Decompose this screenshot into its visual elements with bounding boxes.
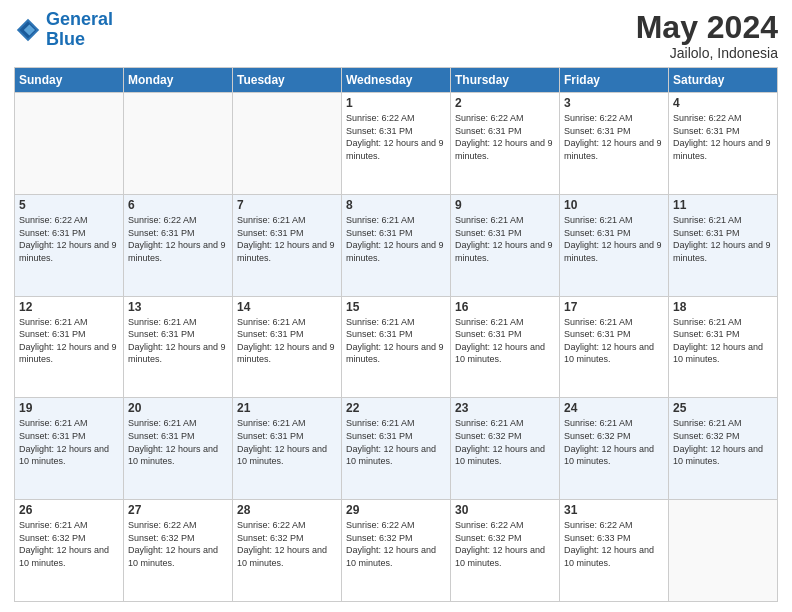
day-number: 3 [564, 96, 664, 110]
calendar-cell: 25Sunrise: 6:21 AM Sunset: 6:32 PM Dayli… [669, 398, 778, 500]
calendar-cell: 29Sunrise: 6:22 AM Sunset: 6:32 PM Dayli… [342, 500, 451, 602]
calendar-cell: 8Sunrise: 6:21 AM Sunset: 6:31 PM Daylig… [342, 194, 451, 296]
logo-icon [14, 16, 42, 44]
day-info: Sunrise: 6:21 AM Sunset: 6:31 PM Dayligh… [673, 214, 773, 264]
logo-text: General Blue [46, 10, 113, 50]
day-info: Sunrise: 6:21 AM Sunset: 6:31 PM Dayligh… [346, 417, 446, 467]
calendar-cell: 17Sunrise: 6:21 AM Sunset: 6:31 PM Dayli… [560, 296, 669, 398]
day-number: 1 [346, 96, 446, 110]
day-info: Sunrise: 6:21 AM Sunset: 6:32 PM Dayligh… [455, 417, 555, 467]
day-number: 10 [564, 198, 664, 212]
day-info: Sunrise: 6:21 AM Sunset: 6:31 PM Dayligh… [455, 316, 555, 366]
day-number: 22 [346, 401, 446, 415]
day-info: Sunrise: 6:21 AM Sunset: 6:31 PM Dayligh… [455, 214, 555, 264]
calendar-cell [233, 93, 342, 195]
calendar-cell: 23Sunrise: 6:21 AM Sunset: 6:32 PM Dayli… [451, 398, 560, 500]
calendar-cell: 30Sunrise: 6:22 AM Sunset: 6:32 PM Dayli… [451, 500, 560, 602]
day-info: Sunrise: 6:21 AM Sunset: 6:31 PM Dayligh… [237, 316, 337, 366]
weekday-header: Sunday [15, 68, 124, 93]
calendar-cell: 4Sunrise: 6:22 AM Sunset: 6:31 PM Daylig… [669, 93, 778, 195]
day-number: 19 [19, 401, 119, 415]
calendar-week-row: 19Sunrise: 6:21 AM Sunset: 6:31 PM Dayli… [15, 398, 778, 500]
calendar-week-row: 5Sunrise: 6:22 AM Sunset: 6:31 PM Daylig… [15, 194, 778, 296]
title-block: May 2024 Jailolo, Indonesia [636, 10, 778, 61]
day-number: 7 [237, 198, 337, 212]
weekday-header: Friday [560, 68, 669, 93]
location: Jailolo, Indonesia [636, 45, 778, 61]
calendar-week-row: 12Sunrise: 6:21 AM Sunset: 6:31 PM Dayli… [15, 296, 778, 398]
calendar-cell: 11Sunrise: 6:21 AM Sunset: 6:31 PM Dayli… [669, 194, 778, 296]
day-info: Sunrise: 6:21 AM Sunset: 6:32 PM Dayligh… [673, 417, 773, 467]
day-info: Sunrise: 6:22 AM Sunset: 6:31 PM Dayligh… [19, 214, 119, 264]
day-number: 16 [455, 300, 555, 314]
calendar-cell: 12Sunrise: 6:21 AM Sunset: 6:31 PM Dayli… [15, 296, 124, 398]
day-info: Sunrise: 6:21 AM Sunset: 6:31 PM Dayligh… [346, 316, 446, 366]
calendar-cell: 1Sunrise: 6:22 AM Sunset: 6:31 PM Daylig… [342, 93, 451, 195]
calendar-cell: 6Sunrise: 6:22 AM Sunset: 6:31 PM Daylig… [124, 194, 233, 296]
calendar-cell: 13Sunrise: 6:21 AM Sunset: 6:31 PM Dayli… [124, 296, 233, 398]
calendar-cell: 27Sunrise: 6:22 AM Sunset: 6:32 PM Dayli… [124, 500, 233, 602]
day-info: Sunrise: 6:21 AM Sunset: 6:31 PM Dayligh… [673, 316, 773, 366]
day-number: 5 [19, 198, 119, 212]
day-info: Sunrise: 6:21 AM Sunset: 6:31 PM Dayligh… [237, 214, 337, 264]
calendar-cell: 7Sunrise: 6:21 AM Sunset: 6:31 PM Daylig… [233, 194, 342, 296]
day-number: 25 [673, 401, 773, 415]
day-number: 8 [346, 198, 446, 212]
logo: General Blue [14, 10, 113, 50]
day-info: Sunrise: 6:21 AM Sunset: 6:31 PM Dayligh… [564, 214, 664, 264]
day-info: Sunrise: 6:22 AM Sunset: 6:32 PM Dayligh… [237, 519, 337, 569]
header: General Blue May 2024 Jailolo, Indonesia [14, 10, 778, 61]
day-number: 27 [128, 503, 228, 517]
weekday-header: Wednesday [342, 68, 451, 93]
calendar-cell: 14Sunrise: 6:21 AM Sunset: 6:31 PM Dayli… [233, 296, 342, 398]
calendar-cell: 21Sunrise: 6:21 AM Sunset: 6:31 PM Dayli… [233, 398, 342, 500]
calendar-cell: 2Sunrise: 6:22 AM Sunset: 6:31 PM Daylig… [451, 93, 560, 195]
calendar-cell: 28Sunrise: 6:22 AM Sunset: 6:32 PM Dayli… [233, 500, 342, 602]
day-info: Sunrise: 6:21 AM Sunset: 6:31 PM Dayligh… [19, 316, 119, 366]
calendar-cell: 18Sunrise: 6:21 AM Sunset: 6:31 PM Dayli… [669, 296, 778, 398]
day-number: 23 [455, 401, 555, 415]
day-number: 18 [673, 300, 773, 314]
day-number: 9 [455, 198, 555, 212]
weekday-header: Monday [124, 68, 233, 93]
day-info: Sunrise: 6:21 AM Sunset: 6:31 PM Dayligh… [346, 214, 446, 264]
calendar-cell: 16Sunrise: 6:21 AM Sunset: 6:31 PM Dayli… [451, 296, 560, 398]
day-number: 24 [564, 401, 664, 415]
day-number: 12 [19, 300, 119, 314]
day-info: Sunrise: 6:21 AM Sunset: 6:31 PM Dayligh… [128, 316, 228, 366]
day-info: Sunrise: 6:21 AM Sunset: 6:31 PM Dayligh… [19, 417, 119, 467]
calendar-table: SundayMondayTuesdayWednesdayThursdayFrid… [14, 67, 778, 602]
calendar-cell: 5Sunrise: 6:22 AM Sunset: 6:31 PM Daylig… [15, 194, 124, 296]
day-number: 4 [673, 96, 773, 110]
calendar-week-row: 26Sunrise: 6:21 AM Sunset: 6:32 PM Dayli… [15, 500, 778, 602]
day-info: Sunrise: 6:21 AM Sunset: 6:32 PM Dayligh… [564, 417, 664, 467]
day-number: 2 [455, 96, 555, 110]
day-number: 17 [564, 300, 664, 314]
day-number: 13 [128, 300, 228, 314]
day-info: Sunrise: 6:22 AM Sunset: 6:33 PM Dayligh… [564, 519, 664, 569]
calendar-cell: 22Sunrise: 6:21 AM Sunset: 6:31 PM Dayli… [342, 398, 451, 500]
day-info: Sunrise: 6:22 AM Sunset: 6:31 PM Dayligh… [128, 214, 228, 264]
day-number: 29 [346, 503, 446, 517]
day-number: 26 [19, 503, 119, 517]
day-number: 11 [673, 198, 773, 212]
day-info: Sunrise: 6:22 AM Sunset: 6:31 PM Dayligh… [455, 112, 555, 162]
day-number: 6 [128, 198, 228, 212]
calendar-header-row: SundayMondayTuesdayWednesdayThursdayFrid… [15, 68, 778, 93]
calendar-cell: 10Sunrise: 6:21 AM Sunset: 6:31 PM Dayli… [560, 194, 669, 296]
day-number: 20 [128, 401, 228, 415]
day-number: 28 [237, 503, 337, 517]
calendar-cell: 26Sunrise: 6:21 AM Sunset: 6:32 PM Dayli… [15, 500, 124, 602]
logo-line2: Blue [46, 29, 85, 49]
day-info: Sunrise: 6:21 AM Sunset: 6:32 PM Dayligh… [19, 519, 119, 569]
calendar-cell: 24Sunrise: 6:21 AM Sunset: 6:32 PM Dayli… [560, 398, 669, 500]
day-info: Sunrise: 6:22 AM Sunset: 6:31 PM Dayligh… [564, 112, 664, 162]
month-title: May 2024 [636, 10, 778, 45]
weekday-header: Thursday [451, 68, 560, 93]
calendar-cell: 19Sunrise: 6:21 AM Sunset: 6:31 PM Dayli… [15, 398, 124, 500]
calendar-week-row: 1Sunrise: 6:22 AM Sunset: 6:31 PM Daylig… [15, 93, 778, 195]
day-info: Sunrise: 6:22 AM Sunset: 6:32 PM Dayligh… [455, 519, 555, 569]
calendar-cell [669, 500, 778, 602]
calendar-cell [124, 93, 233, 195]
calendar-cell: 9Sunrise: 6:21 AM Sunset: 6:31 PM Daylig… [451, 194, 560, 296]
